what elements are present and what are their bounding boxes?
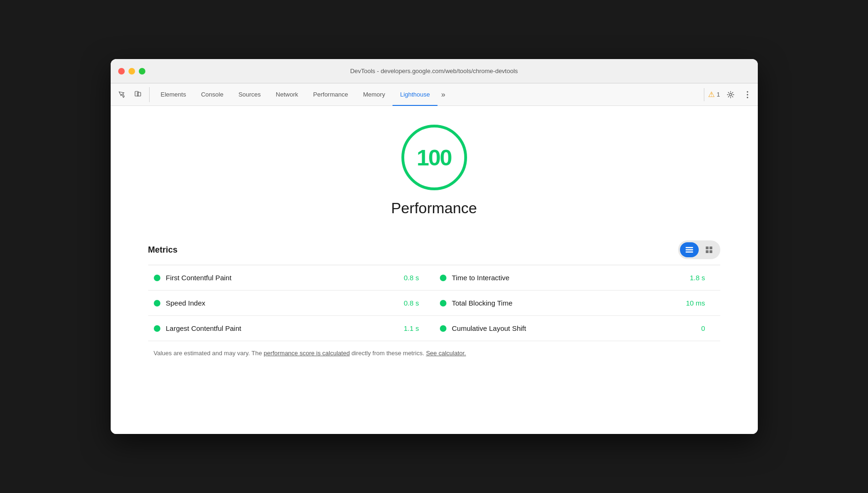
maximize-button[interactable] xyxy=(139,68,145,75)
metric-value-fcp: 0.8 s xyxy=(404,274,429,282)
metric-value-si: 0.8 s xyxy=(404,299,429,307)
metric-name-tti: Time to Interactive xyxy=(452,274,684,282)
settings-button[interactable] xyxy=(724,88,737,101)
metric-value-tti: 1.8 s xyxy=(690,274,715,282)
metric-dot-tti xyxy=(440,275,446,281)
metric-value-cls: 0 xyxy=(701,324,714,332)
footer-text-1: Values are estimated and may vary. The xyxy=(154,350,264,357)
tab-performance[interactable]: Performance xyxy=(306,84,355,106)
close-button[interactable] xyxy=(118,68,125,75)
svg-rect-8 xyxy=(686,252,693,253)
metrics-header: Metrics xyxy=(148,240,720,259)
titlebar: DevTools - developers.google.com/web/too… xyxy=(111,59,758,83)
metric-cell-cls: Cumulative Layout Shift 0 xyxy=(434,316,720,341)
devtools-window: DevTools - developers.google.com/web/too… xyxy=(111,59,758,434)
metric-dot-si xyxy=(154,300,160,306)
warning-icon: ⚠ xyxy=(708,90,715,99)
tab-console[interactable]: Console xyxy=(194,84,231,106)
calculator-link[interactable]: See calculator. xyxy=(426,350,466,357)
devtools-toolbar: Elements Console Sources Network Perform… xyxy=(111,83,758,106)
score-label: Performance xyxy=(391,200,477,217)
tab-sources[interactable]: Sources xyxy=(231,84,268,106)
metric-name-fcp: First Contentful Paint xyxy=(166,274,398,282)
more-options-button[interactable] xyxy=(741,88,754,101)
svg-rect-11 xyxy=(706,250,709,253)
more-tabs-button[interactable]: » xyxy=(438,83,449,105)
warning-count: 1 xyxy=(717,91,720,98)
minimize-button[interactable] xyxy=(128,68,135,75)
footer-text-2: directly from these metrics. xyxy=(350,350,426,357)
tab-elements[interactable]: Elements xyxy=(153,84,194,106)
view-toggle xyxy=(678,240,720,259)
svg-rect-9 xyxy=(706,246,709,249)
metric-cell-fcp: First Contentful Paint 0.8 s xyxy=(148,265,434,290)
metrics-title: Metrics xyxy=(148,245,178,255)
tab-lighthouse[interactable]: Lighthouse xyxy=(392,84,438,106)
metric-row-3: Largest Contentful Paint 1.1 s Cumulativ… xyxy=(148,316,720,341)
metric-row-2: Speed Index 0.8 s Total Blocking Time 10… xyxy=(148,291,720,316)
svg-rect-1 xyxy=(137,92,141,96)
metrics-section: Metrics xyxy=(148,240,720,358)
svg-rect-7 xyxy=(686,249,693,251)
tabs-bar: Elements Console Sources Network Perform… xyxy=(153,83,704,105)
svg-point-2 xyxy=(729,93,732,96)
svg-point-3 xyxy=(747,91,748,92)
metric-value-tbt: 10 ms xyxy=(686,299,715,307)
traffic-lights xyxy=(118,68,145,75)
svg-point-4 xyxy=(747,94,748,95)
metric-dot-tbt xyxy=(440,300,446,306)
score-circle: 100 xyxy=(401,125,467,190)
tab-memory[interactable]: Memory xyxy=(355,84,392,106)
svg-rect-10 xyxy=(709,246,712,249)
inspect-element-button[interactable] xyxy=(114,87,129,102)
metrics-footer: Values are estimated and may vary. The p… xyxy=(148,341,720,358)
score-container: 100 Performance xyxy=(148,125,720,231)
toolbar-right-actions: ⚠ 1 xyxy=(704,88,754,101)
score-number: 100 xyxy=(416,145,451,171)
metric-row-1: First Contentful Paint 0.8 s Time to Int… xyxy=(148,265,720,291)
list-view-button[interactable] xyxy=(680,242,699,257)
metric-cell-tbt: Total Blocking Time 10 ms xyxy=(434,291,720,315)
svg-rect-12 xyxy=(709,250,712,253)
metric-name-tbt: Total Blocking Time xyxy=(452,299,680,307)
performance-score-link[interactable]: performance score is calculated xyxy=(264,350,350,357)
metric-dot-fcp xyxy=(154,275,160,281)
metric-dot-cls xyxy=(440,325,446,332)
metric-cell-tti: Time to Interactive 1.8 s xyxy=(434,265,720,290)
lighthouse-panel: 100 Performance Metrics xyxy=(111,106,758,434)
metric-name-si: Speed Index xyxy=(166,299,398,307)
toolbar-icon-group xyxy=(114,87,150,102)
metric-cell-lcp: Largest Contentful Paint 1.1 s xyxy=(148,316,434,341)
tab-network[interactable]: Network xyxy=(268,84,306,106)
warning-badge[interactable]: ⚠ 1 xyxy=(708,90,720,99)
metric-name-cls: Cumulative Layout Shift xyxy=(452,324,696,332)
metric-dot-lcp xyxy=(154,325,160,332)
window-title: DevTools - developers.google.com/web/too… xyxy=(350,67,518,75)
grid-view-button[interactable] xyxy=(700,242,718,257)
metric-value-lcp: 1.1 s xyxy=(404,324,429,332)
metric-cell-si: Speed Index 0.8 s xyxy=(148,291,434,315)
device-toolbar-button[interactable] xyxy=(130,87,145,102)
svg-point-5 xyxy=(747,97,748,98)
metrics-grid: First Contentful Paint 0.8 s Time to Int… xyxy=(148,265,720,341)
svg-rect-6 xyxy=(686,247,693,248)
metric-name-lcp: Largest Contentful Paint xyxy=(166,324,398,332)
